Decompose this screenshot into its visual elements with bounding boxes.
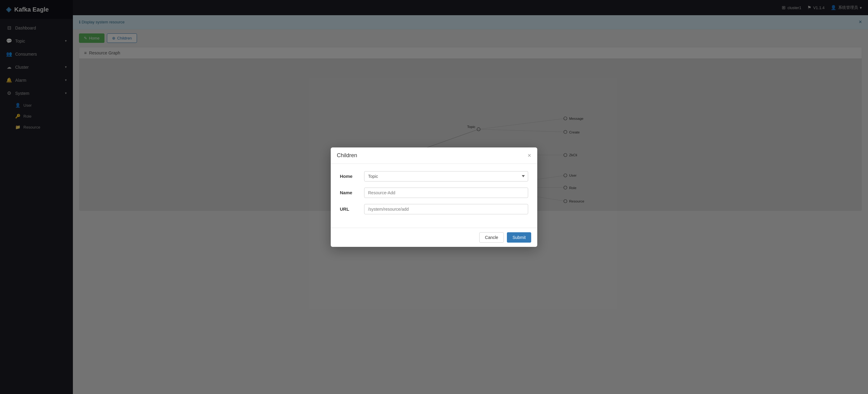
url-form-row: URL: [340, 204, 528, 214]
modal-body: Home Topic Cluster System Home Name URL: [331, 164, 537, 228]
modal-close-button[interactable]: ×: [528, 152, 531, 159]
modal-footer: Cancle Submit: [331, 228, 537, 247]
modal-overlay: Children × Home Topic Cluster System Hom…: [0, 0, 868, 394]
modal-title: Children: [337, 152, 357, 159]
home-select[interactable]: Topic Cluster System Home: [364, 171, 528, 181]
children-modal: Children × Home Topic Cluster System Hom…: [331, 147, 537, 247]
name-form-row: Name: [340, 188, 528, 198]
name-input[interactable]: [364, 188, 528, 198]
name-field-label: Name: [340, 190, 364, 195]
home-field-label: Home: [340, 174, 364, 179]
url-field-label: URL: [340, 206, 364, 212]
url-input[interactable]: [364, 204, 528, 214]
submit-button[interactable]: Submit: [507, 232, 531, 243]
home-form-row: Home Topic Cluster System Home: [340, 171, 528, 181]
modal-header: Children ×: [331, 147, 537, 164]
cancel-button[interactable]: Cancle: [479, 232, 504, 243]
